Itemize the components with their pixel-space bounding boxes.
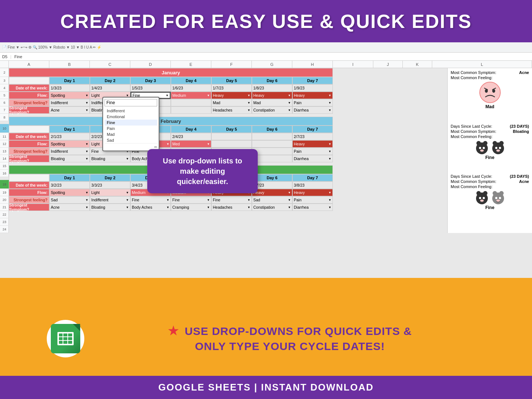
bear-face-mar-1 (475, 190, 489, 204)
feb-month-header: February (9, 117, 333, 126)
mar-feeling-5[interactable]: Fine ▼ (211, 196, 252, 204)
col-b: B (49, 61, 90, 68)
jan-symptom-6[interactable]: Constipation ▼ (252, 106, 292, 114)
feb-feeling-1[interactable]: Indifferent ▼ (49, 148, 90, 155)
jan-symptom-5[interactable]: Headaches ▼ (211, 106, 252, 114)
mad-face-svg (479, 81, 501, 103)
dropdown-option-sad[interactable]: Sad (105, 137, 157, 143)
svg-point-28 (496, 200, 500, 202)
dropdown-option-indifferent[interactable]: Indifferent (105, 108, 157, 114)
gap-jan-feb (9, 114, 447, 117)
mar-feeling-label-text: Most Common Feeling: (451, 184, 493, 189)
svg-point-20 (479, 197, 481, 199)
feb-flow-label: Flow: (9, 140, 49, 148)
january-month-header: January (9, 68, 333, 77)
col-d: D (130, 61, 171, 68)
svg-point-24 (493, 191, 497, 195)
toolbar: 📄 Fine ▼ ↩ ↪ ⚙ 🔍 100% ▼ Roboto ▼ 10 ▼ B … (0, 42, 532, 53)
bottom-line2: ONLY TYPE YOUR CYCLE DATES! (195, 340, 385, 352)
dropdown-option-fine[interactable]: Fine (105, 120, 157, 126)
sheet-main: 2 3 4 5 6 7 8 10 11 12 13 14 15 16 18 19… (0, 68, 532, 233)
mar-days-since-label: Days Since Last Cycle: (451, 174, 492, 179)
mar-flow-6[interactable]: Heavy ▼ (252, 189, 292, 196)
mar-symptom-5[interactable]: Headaches ▼ (211, 204, 252, 211)
feb-symptom-7[interactable]: Diarrhea ▼ (292, 155, 333, 162)
jan-flow-1[interactable]: Spotting ▼ (49, 92, 90, 99)
jan-symptom-value: Acne (519, 70, 529, 75)
feb-flow-4[interactable]: Med ▼ (171, 140, 211, 148)
feb-symptom-2[interactable]: Bloating ▼ (90, 155, 130, 162)
feb-days-since-row: Days Since Last Cycle: (23 DAYS) (451, 124, 529, 128)
jan-feeling-6[interactable]: Mad ▼ (252, 99, 292, 106)
mar-feeling-7[interactable]: Pain ▼ (292, 196, 333, 204)
mar-feeling-3[interactable]: Fine ▼ (130, 196, 171, 204)
bear-face-1 (475, 140, 489, 154)
mar-day2-header: Day 2 (90, 174, 130, 181)
mar-feeling-2[interactable]: Indifferent ▼ (90, 196, 130, 204)
mar-feeling-1[interactable]: Sad ▼ (49, 196, 90, 204)
feb-days-since-value: (23 DAYS) (510, 124, 529, 128)
mar-feeling-6[interactable]: Sad ▼ (252, 196, 292, 204)
mar-flow-2[interactable]: Light ▼ (90, 189, 130, 196)
jan-flow-6[interactable]: Heavy ▼ (252, 92, 292, 99)
mar-empty-header (9, 174, 49, 181)
mar-symptom-7[interactable]: Diarrhea ▼ (292, 204, 333, 211)
rownum-18: 21 (0, 204, 9, 211)
mar-symptom-label: Strongest Symptom? (9, 204, 49, 211)
mar-days-since-row: Days Since Last Cycle: (23 DAYS) (451, 174, 529, 179)
rownum-11: 13 (0, 148, 9, 155)
jan-day1-header: Day 1 (49, 77, 90, 84)
mar-symptom-2[interactable]: Bloating ▼ (90, 204, 130, 211)
jan-date-label: Date of the week: (9, 84, 49, 92)
dropdown-popup[interactable]: Indifferent Emotional Fine Pain Mad Sad … (102, 97, 159, 151)
star-icon: ★ (168, 324, 179, 338)
feb-symptom-1[interactable]: Bloating ▼ (49, 155, 90, 162)
mar-date-2: 3/3/23 (90, 181, 130, 189)
mar-symptom-6[interactable]: Constipation ▼ (252, 204, 292, 211)
jan-date-5: 1/7/23 (211, 84, 252, 92)
col-h: H (292, 61, 333, 68)
jan-flow-7[interactable]: Heavy ▼ (292, 92, 333, 99)
jan-symptom-1[interactable]: Acne ▼ (49, 106, 90, 114)
svg-point-22 (480, 200, 484, 202)
dropdown-option-emotional[interactable]: Emotional (105, 114, 157, 120)
rownum-6: 7 (0, 106, 9, 114)
feb-symptom-6 (252, 155, 292, 162)
january-section: January Day 1 Day 2 Day 3 Day 4 Day 5 Da… (9, 68, 447, 114)
svg-point-25 (499, 191, 504, 195)
feb-flow-6 (252, 140, 292, 148)
rownum-12: 14 (0, 155, 9, 162)
jan-feeling-7[interactable]: Pain ▼ (292, 99, 333, 106)
jan-flow-5[interactable]: Heavy ▼ (211, 92, 252, 99)
col-a: A (9, 61, 49, 68)
feb-flow-7[interactable]: Heavy ▼ (292, 140, 333, 148)
jan-symptom-label: Strongest Symptom? (9, 106, 49, 114)
mar-feeling-4[interactable]: Fine ▼ (171, 196, 211, 204)
mar-bear-faces (451, 190, 529, 204)
feb-feeling-7[interactable]: Pain ▼ (292, 148, 333, 155)
rownum-2: 3 (0, 77, 9, 84)
jan-feeling-5[interactable]: Mad ▼ (211, 99, 252, 106)
feb-feeling-label-text: Most Common Feeling: (451, 134, 493, 139)
feb-empty-header (9, 126, 49, 133)
mar-symptom-label-text: Most Common Symptom: (451, 179, 496, 184)
svg-point-7 (483, 141, 487, 145)
rownum-10: 12 (0, 140, 9, 148)
svg-point-10 (480, 149, 484, 152)
dropdown-option-pain[interactable]: Pain (105, 126, 157, 131)
col-k: K (403, 61, 432, 68)
jan-flow-4[interactable]: Medium ▼ (171, 92, 211, 99)
mar-symptom-1[interactable]: Acne ▼ (49, 204, 90, 211)
mar-symptom-3[interactable]: Body Aches ▼ (130, 204, 171, 211)
mar-symptom-4[interactable]: Cramping ▼ (171, 204, 211, 211)
feb-flow-1[interactable]: Spotting ▼ (49, 140, 90, 148)
jan-symptom-7[interactable]: Diarrhea ▼ (292, 106, 333, 114)
jan-day7-header: Day 7 (292, 77, 333, 84)
dropdown-option-mad[interactable]: Mad (105, 131, 157, 137)
dropdown-search-input[interactable] (105, 99, 157, 106)
mar-flow-7[interactable]: Heavy ▼ (292, 189, 333, 196)
mar-flow-1[interactable]: Spotting ▼ (49, 189, 90, 196)
rownum-21: 24 (0, 226, 9, 233)
jan-feeling-1[interactable]: Indifferent ▼ (49, 99, 90, 106)
jan-day2-header: Day 2 (90, 77, 130, 84)
